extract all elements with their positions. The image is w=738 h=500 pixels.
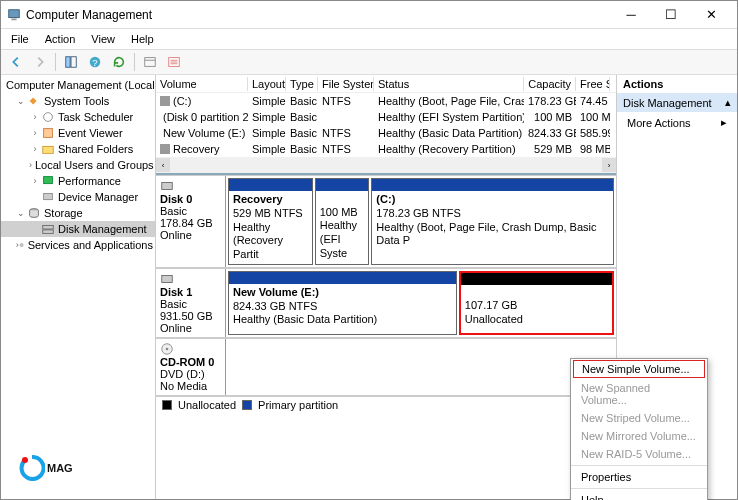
svg-point-19	[22, 457, 28, 463]
svg-point-23	[166, 347, 169, 350]
disk-icon	[160, 272, 174, 286]
menubar: File Action View Help	[1, 29, 737, 49]
svg-rect-17	[43, 230, 54, 234]
watermark-logo: MAG	[19, 455, 73, 481]
svg-rect-21	[162, 275, 173, 282]
ctx-new-mirrored-volume: New Mirrored Volume...	[571, 427, 707, 445]
ctx-new-raid5-volume: New RAID-5 Volume...	[571, 445, 707, 463]
titlebar: Computer Management ─ ☐ ✕	[1, 1, 737, 29]
help-button[interactable]: ?	[84, 52, 106, 72]
volume-row[interactable]: New Volume (E:)SimpleBasicNTFSHealthy (B…	[156, 125, 616, 141]
ctx-new-striped-volume: New Striped Volume...	[571, 409, 707, 427]
actions-more[interactable]: More Actions▸	[617, 112, 737, 133]
ctx-new-simple-volume[interactable]: New Simple Volume...	[573, 360, 705, 378]
ctx-properties[interactable]: Properties	[571, 468, 707, 486]
svg-rect-3	[71, 57, 76, 68]
context-menu: New Simple Volume... New Spanned Volume.…	[570, 358, 708, 500]
nav-tree: Computer Management (Local ⌄System Tools…	[1, 75, 156, 499]
refresh-button[interactable]	[108, 52, 130, 72]
legend: Unallocated Primary partition	[156, 396, 616, 414]
h-scrollbar[interactable]: ‹›	[156, 157, 616, 173]
svg-point-18	[20, 243, 23, 246]
svg-rect-13	[44, 177, 53, 184]
ctx-new-spanned-volume: New Spanned Volume...	[571, 379, 707, 409]
tree-system-tools[interactable]: ⌄System Tools	[1, 93, 155, 109]
minimize-button[interactable]: ─	[611, 1, 651, 29]
tree-performance[interactable]: ›Performance	[1, 173, 155, 189]
actions-header: Actions	[617, 75, 737, 93]
tree-disk-management[interactable]: Disk Management	[1, 221, 155, 237]
actions-section[interactable]: Disk Management▴	[617, 93, 737, 112]
tree-shared-folders[interactable]: ›Shared Folders	[1, 141, 155, 157]
window-title: Computer Management	[26, 8, 611, 22]
svg-rect-0	[9, 9, 20, 17]
volume-list: Volume Layout Type File System Status Ca…	[156, 75, 616, 173]
cd-rom-0[interactable]: CD-ROM 0DVD (D:)No Media	[156, 338, 616, 396]
forward-button[interactable]	[29, 52, 51, 72]
svg-rect-6	[145, 58, 156, 67]
volume-row[interactable]: RecoverySimpleBasicNTFSHealthy (Recovery…	[156, 141, 616, 157]
svg-text:?: ?	[92, 57, 97, 68]
tree-device-manager[interactable]: Device Manager	[1, 189, 155, 205]
toolbar: ?	[1, 49, 737, 75]
legend-unallocated-icon	[162, 400, 172, 410]
volume-row[interactable]: (C:)SimpleBasicNTFSHealthy (Boot, Page F…	[156, 93, 616, 109]
chevron-right-icon: ▸	[721, 116, 727, 129]
show-hide-tree-button[interactable]	[60, 52, 82, 72]
menu-file[interactable]: File	[5, 31, 35, 47]
svg-rect-14	[44, 194, 53, 200]
disk-0[interactable]: Disk 0Basic178.84 GBOnline Recovery529 M…	[156, 175, 616, 268]
svg-rect-2	[66, 57, 70, 68]
svg-rect-20	[162, 183, 173, 190]
disk-1[interactable]: Disk 1Basic931.50 GBOnline New Volume (E…	[156, 268, 616, 338]
collapse-icon: ▴	[725, 96, 731, 109]
volume-row[interactable]: (Disk 0 partition 2)SimpleBasicHealthy (…	[156, 109, 616, 125]
menu-help[interactable]: Help	[125, 31, 160, 47]
tree-task-scheduler[interactable]: ›Task Scheduler	[1, 109, 155, 125]
settings-button[interactable]	[139, 52, 161, 72]
tree-storage[interactable]: ⌄Storage	[1, 205, 155, 221]
close-button[interactable]: ✕	[691, 1, 731, 29]
svg-rect-1	[11, 18, 16, 20]
legend-primary-icon	[242, 400, 252, 410]
svg-rect-16	[43, 226, 54, 230]
list-button[interactable]	[163, 52, 185, 72]
maximize-button[interactable]: ☐	[651, 1, 691, 29]
logo-icon	[19, 455, 45, 481]
menu-action[interactable]: Action	[39, 31, 82, 47]
menu-view[interactable]: View	[85, 31, 121, 47]
volume-list-header[interactable]: Volume Layout Type File System Status Ca…	[156, 75, 616, 93]
unallocated-selected[interactable]: 107.17 GBUnallocated	[459, 271, 614, 335]
tree-event-viewer[interactable]: ›Event Viewer	[1, 125, 155, 141]
cd-icon	[160, 342, 174, 356]
disk-graphical-view: Disk 0Basic178.84 GBOnline Recovery529 M…	[156, 173, 616, 499]
svg-point-9	[44, 113, 53, 122]
tree-services[interactable]: ›Services and Applications	[1, 237, 155, 253]
ctx-help[interactable]: Help	[571, 491, 707, 500]
disk-icon	[160, 179, 174, 193]
app-icon	[7, 8, 21, 22]
tree-local-users[interactable]: ›Local Users and Groups	[1, 157, 155, 173]
svg-rect-10	[44, 129, 53, 138]
back-button[interactable]	[5, 52, 27, 72]
svg-rect-11	[43, 146, 54, 153]
tree-root[interactable]: Computer Management (Local	[1, 77, 155, 93]
